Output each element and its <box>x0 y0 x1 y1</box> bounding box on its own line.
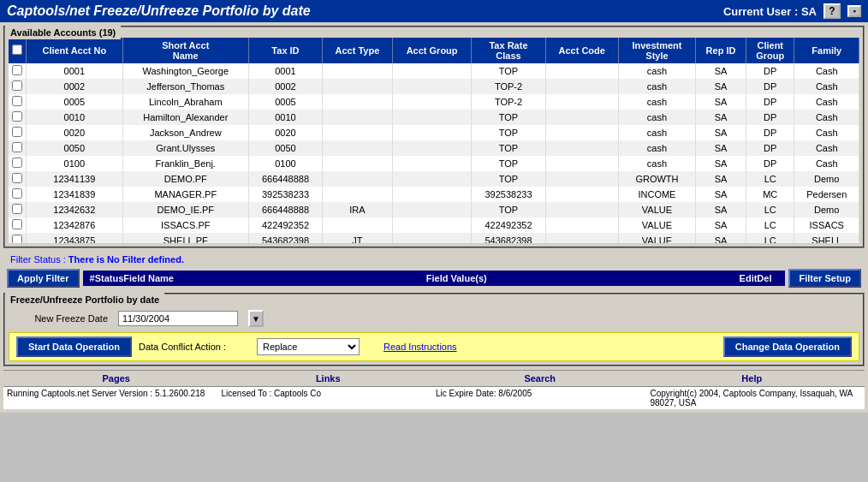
cell-client-acct-no: 0020 <box>27 125 123 140</box>
row-checkbox-cell <box>9 202 27 217</box>
cell-acct-group <box>392 110 472 125</box>
bottom-nav: Pages Links Search Help <box>3 370 865 386</box>
table-row: 12342632 DEMO_IE.PF 666448888 IRA TOP VA… <box>9 202 859 217</box>
cell-tax-rate-class: TOP <box>472 110 545 125</box>
cell-short-acct-name: MANAGER.PF <box>122 187 248 202</box>
cell-tax-rate-class: TOP <box>472 171 545 187</box>
cell-investment-style: VALUE <box>618 202 695 217</box>
data-conflict-select[interactable]: Replace Skip Merge <box>257 338 360 355</box>
cell-tax-rate-class: TOP-2 <box>472 94 545 110</box>
cell-tax-id: 0020 <box>248 125 322 140</box>
cell-investment-style: cash <box>618 63 695 79</box>
row-checkbox[interactable] <box>12 65 22 75</box>
read-instructions-link[interactable]: Read Instructions <box>383 342 457 352</box>
accounts-table-container[interactable]: Client Acct No Short AcctName Tax ID Acc… <box>9 38 859 243</box>
cell-acct-group <box>392 156 472 171</box>
filter-col-del: Del <box>757 273 771 283</box>
nav-help[interactable]: Help <box>646 373 859 384</box>
row-checkbox[interactable] <box>12 219 22 229</box>
section-header: Available Accounts (19) <box>5 27 863 36</box>
available-accounts-title: Available Accounts (19) <box>5 26 121 39</box>
row-checkbox-cell <box>9 125 27 140</box>
cell-rep-id: SA <box>696 110 746 125</box>
cell-acct-group <box>392 217 472 233</box>
cell-short-acct-name: Grant.Ulysses <box>122 140 248 156</box>
nav-pages[interactable]: Pages <box>10 373 223 384</box>
cell-acct-group <box>392 63 472 79</box>
title-bar: Captools/net Freeze/Unfreeze Portfolio b… <box>0 0 868 22</box>
col-checkbox <box>9 38 27 63</box>
row-checkbox[interactable] <box>12 173 22 183</box>
row-checkbox[interactable] <box>12 96 22 106</box>
cell-acct-type <box>323 140 393 156</box>
table-row: 0100 Franklin_Benj. 0100 TOP cash SA DP … <box>9 156 859 171</box>
status-copyright: Copyright(c) 2004, Captools Company, Iss… <box>651 389 862 408</box>
row-checkbox[interactable] <box>12 235 22 243</box>
freeze-date-row: New Freeze Date ▼ <box>5 305 863 332</box>
cell-tax-rate-class: 543682398 <box>472 233 545 243</box>
nav-search[interactable]: Search <box>434 373 646 384</box>
cell-short-acct-name: ISSACS.PF <box>122 217 248 233</box>
cell-tax-id: 0050 <box>248 140 322 156</box>
freeze-date-input[interactable] <box>118 311 238 326</box>
cell-client-acct-no: 0001 <box>27 63 123 79</box>
cell-tax-rate-class: 422492352 <box>472 217 545 233</box>
nav-links[interactable]: Links <box>223 373 435 384</box>
cell-acct-code <box>545 125 618 140</box>
status-bar: Running Captools.net Server Version : 5.… <box>3 386 865 409</box>
change-data-operation-button[interactable]: Change Data Operation <box>723 336 852 357</box>
cell-client-acct-no: 0005 <box>27 94 123 110</box>
cell-tax-rate-class: TOP <box>472 140 545 156</box>
filter-setup-button[interactable]: Filter Setup <box>788 269 861 288</box>
row-checkbox[interactable] <box>12 142 22 152</box>
apply-filter-button[interactable]: Apply Filter <box>7 269 80 288</box>
filter-status-value: There is No Filter defined. <box>68 254 184 265</box>
cell-client-group: DP <box>746 125 794 140</box>
table-row: 12341839 MANAGER.PF 392538233 392538233 … <box>9 187 859 202</box>
cell-acct-type <box>323 94 393 110</box>
row-checkbox-cell <box>9 79 27 94</box>
row-checkbox[interactable] <box>12 111 22 122</box>
cell-family: Cash <box>794 63 859 79</box>
cell-acct-code <box>545 202 618 217</box>
filter-header: # Status Field Name Field Value(s) Edit … <box>83 271 786 286</box>
col-acct-code: Acct Code <box>545 38 618 63</box>
row-checkbox[interactable] <box>12 80 22 91</box>
cell-tax-id: 0005 <box>248 94 322 110</box>
cell-acct-code <box>545 63 618 79</box>
current-user: Current User : SA <box>723 5 817 18</box>
cell-investment-style: cash <box>618 156 695 171</box>
cell-client-group: MC <box>746 187 794 202</box>
row-checkbox[interactable] <box>12 204 22 214</box>
cell-rep-id: SA <box>696 171 746 187</box>
cell-client-group: DP <box>746 79 794 94</box>
row-checkbox-cell <box>9 63 27 79</box>
help-button[interactable]: ? <box>823 3 841 19</box>
cell-family: SHELL <box>794 233 859 243</box>
row-checkbox[interactable] <box>12 158 22 168</box>
cell-acct-code <box>545 94 618 110</box>
start-data-operation-button[interactable]: Start Data Operation <box>16 336 132 357</box>
cell-tax-id: 0001 <box>248 63 322 79</box>
close-button[interactable]: ▪ <box>847 5 861 17</box>
cell-rep-id: SA <box>696 233 746 243</box>
cell-family: Cash <box>794 110 859 125</box>
data-conflict-label: Data Conflict Action : <box>139 342 250 352</box>
accounts-table-body: 0001 Washington_George 0001 TOP cash SA … <box>9 63 859 243</box>
freeze-date-dropdown[interactable]: ▼ <box>248 310 264 327</box>
cell-short-acct-name: Jefferson_Thomas <box>122 79 248 94</box>
table-row: 12341139 DEMO.PF 666448888 TOP GROWTH SA… <box>9 171 859 187</box>
row-checkbox[interactable] <box>12 188 22 199</box>
cell-acct-type: JT <box>323 233 393 243</box>
status-version: Running Captools.net Server Version : 5.… <box>7 389 218 408</box>
select-all-checkbox[interactable] <box>12 45 22 55</box>
cell-tax-rate-class: TOP <box>472 125 545 140</box>
cell-tax-rate-class: TOP-2 <box>472 79 545 94</box>
cell-acct-code <box>545 110 618 125</box>
cell-client-group: LC <box>746 217 794 233</box>
cell-tax-id: 0100 <box>248 156 322 171</box>
cell-investment-style: cash <box>618 110 695 125</box>
row-checkbox[interactable] <box>12 127 22 137</box>
col-short-acct-name: Short AcctName <box>122 38 248 63</box>
cell-client-acct-no: 12341839 <box>27 187 123 202</box>
